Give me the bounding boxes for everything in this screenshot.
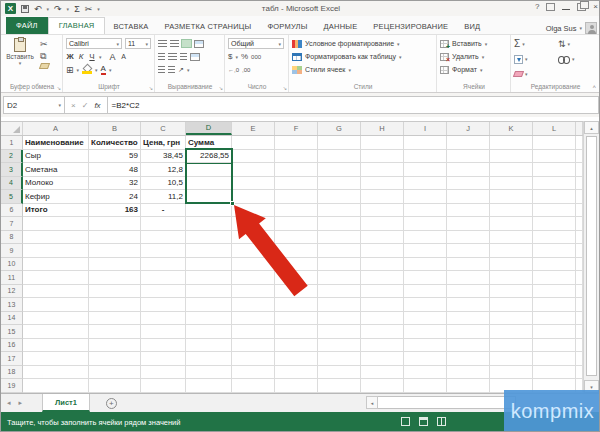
delete-cells-button[interactable]: Удалить ▾ bbox=[440, 50, 508, 63]
cell-A11[interactable] bbox=[23, 271, 89, 285]
cell-C2[interactable]: 38,45 bbox=[141, 150, 186, 164]
col-header-B[interactable]: B bbox=[89, 122, 141, 135]
cell-E13[interactable] bbox=[232, 298, 275, 312]
cell-J10[interactable] bbox=[447, 258, 490, 272]
cell-F2[interactable] bbox=[275, 150, 318, 164]
cell-D8[interactable] bbox=[186, 231, 232, 245]
autosum-qat-icon[interactable]: Σ bbox=[74, 4, 80, 14]
cut-icon[interactable]: ✂ bbox=[40, 39, 49, 49]
cell-K1[interactable] bbox=[490, 136, 533, 150]
sheet-nav-right-icon[interactable]: ▸ bbox=[17, 394, 25, 412]
cell-G5[interactable] bbox=[318, 190, 361, 204]
cell-L10[interactable] bbox=[533, 258, 576, 272]
autosum-button[interactable]: Σ ▾ bbox=[514, 38, 550, 50]
cell-J8[interactable] bbox=[447, 231, 490, 245]
cell-F8[interactable] bbox=[275, 231, 318, 245]
cell-D6[interactable] bbox=[186, 204, 232, 218]
cell-A19[interactable] bbox=[23, 379, 89, 393]
cell-H8[interactable] bbox=[361, 231, 404, 245]
cell-J17[interactable] bbox=[447, 352, 490, 366]
cell-F1[interactable] bbox=[275, 136, 318, 150]
cell-B4[interactable]: 32 bbox=[89, 177, 141, 191]
cell-B9[interactable] bbox=[89, 244, 141, 258]
orientation-icon[interactable]: ↗ bbox=[178, 65, 184, 75]
cell-D13[interactable] bbox=[186, 298, 232, 312]
vertical-scrollbar[interactable]: ▴ ▾ bbox=[583, 121, 599, 393]
cell-F10[interactable] bbox=[275, 258, 318, 272]
cell-K11[interactable] bbox=[490, 271, 533, 285]
col-header-C[interactable]: C bbox=[141, 122, 186, 135]
cell-J14[interactable] bbox=[447, 312, 490, 326]
cell-B6[interactable]: 163 bbox=[89, 204, 141, 218]
font-color-icon[interactable]: А bbox=[101, 65, 106, 75]
cell-G11[interactable] bbox=[318, 271, 361, 285]
decrease-decimal-icon[interactable]: ,00 bbox=[242, 67, 250, 73]
cell-A4[interactable]: Молоко bbox=[23, 177, 89, 191]
cell-J9[interactable] bbox=[447, 244, 490, 258]
cell-K14[interactable] bbox=[490, 312, 533, 326]
restore-icon[interactable] bbox=[577, 3, 586, 11]
decrease-indent-icon[interactable] bbox=[158, 66, 165, 73]
clipboard-dialog-launcher-icon[interactable]: ↘ bbox=[57, 86, 61, 91]
cell-A3[interactable]: Сметана bbox=[23, 163, 89, 177]
cell-B15[interactable] bbox=[89, 325, 141, 339]
cell-J11[interactable] bbox=[447, 271, 490, 285]
cell-E15[interactable] bbox=[232, 325, 275, 339]
cell-K13[interactable] bbox=[490, 298, 533, 312]
cell-G7[interactable] bbox=[318, 217, 361, 231]
cell-H2[interactable] bbox=[361, 150, 404, 164]
cell-C17[interactable] bbox=[141, 352, 186, 366]
cell-styles-button[interactable]: Стили ячеек ▾ bbox=[292, 63, 434, 76]
cell-F19[interactable] bbox=[275, 379, 318, 393]
tab-data[interactable]: ДАННЫЕ bbox=[316, 19, 366, 34]
cell-I17[interactable] bbox=[404, 352, 447, 366]
horizontal-scroll-thumb[interactable] bbox=[378, 396, 516, 409]
cell-I2[interactable] bbox=[404, 150, 447, 164]
cell-I18[interactable] bbox=[404, 366, 447, 380]
cell-L18[interactable] bbox=[533, 366, 576, 380]
cell-H16[interactable] bbox=[361, 339, 404, 353]
cell-H12[interactable] bbox=[361, 285, 404, 299]
cell-I8[interactable] bbox=[404, 231, 447, 245]
borders-icon[interactable]: ⊞ bbox=[66, 65, 74, 75]
cell-F7[interactable] bbox=[275, 217, 318, 231]
cell-H14[interactable] bbox=[361, 312, 404, 326]
name-box-caret-icon[interactable]: ▾ bbox=[58, 102, 61, 108]
cell-L11[interactable] bbox=[533, 271, 576, 285]
fill-color-icon[interactable] bbox=[82, 65, 92, 74]
cell-E12[interactable] bbox=[232, 285, 275, 299]
cell-C12[interactable] bbox=[141, 285, 186, 299]
cell-E4[interactable] bbox=[232, 177, 275, 191]
cell-J7[interactable] bbox=[447, 217, 490, 231]
cell-H1[interactable] bbox=[361, 136, 404, 150]
cell-J18[interactable] bbox=[447, 366, 490, 380]
orientation-caret-icon[interactable]: ▾ bbox=[187, 67, 190, 73]
tab-view[interactable]: ВИД bbox=[456, 19, 488, 34]
cell-E3[interactable] bbox=[232, 163, 275, 177]
cell-D2[interactable]: 2268,55 bbox=[186, 150, 232, 164]
cell-C4[interactable]: 10,5 bbox=[141, 177, 186, 191]
redo-icon[interactable]: ↷ bbox=[54, 4, 62, 14]
cell-L16[interactable] bbox=[533, 339, 576, 353]
cell-H3[interactable] bbox=[361, 163, 404, 177]
cell-L13[interactable] bbox=[533, 298, 576, 312]
cell-L3[interactable] bbox=[533, 163, 576, 177]
conditional-formatting-button[interactable]: Условное форматирование ▾ bbox=[292, 37, 434, 50]
cell-G6[interactable] bbox=[318, 204, 361, 218]
cell-D18[interactable] bbox=[186, 366, 232, 380]
cell-K8[interactable] bbox=[490, 231, 533, 245]
cell-C1[interactable]: Цена, грн bbox=[141, 136, 186, 150]
cell-I13[interactable] bbox=[404, 298, 447, 312]
cell-I4[interactable] bbox=[404, 177, 447, 191]
increase-indent-icon[interactable] bbox=[168, 66, 175, 73]
cell-A8[interactable] bbox=[23, 231, 89, 245]
cell-J2[interactable] bbox=[447, 150, 490, 164]
formula-input[interactable]: =B2*C2 bbox=[108, 96, 599, 114]
cell-H7[interactable] bbox=[361, 217, 404, 231]
cell-C7[interactable] bbox=[141, 217, 186, 231]
tab-page-layout[interactable]: РАЗМЕТКА СТРАНИЦЫ bbox=[157, 19, 260, 34]
cell-F5[interactable] bbox=[275, 190, 318, 204]
cell-A1[interactable]: Наименование bbox=[23, 136, 89, 150]
cell-E19[interactable] bbox=[232, 379, 275, 393]
cell-J1[interactable] bbox=[447, 136, 490, 150]
